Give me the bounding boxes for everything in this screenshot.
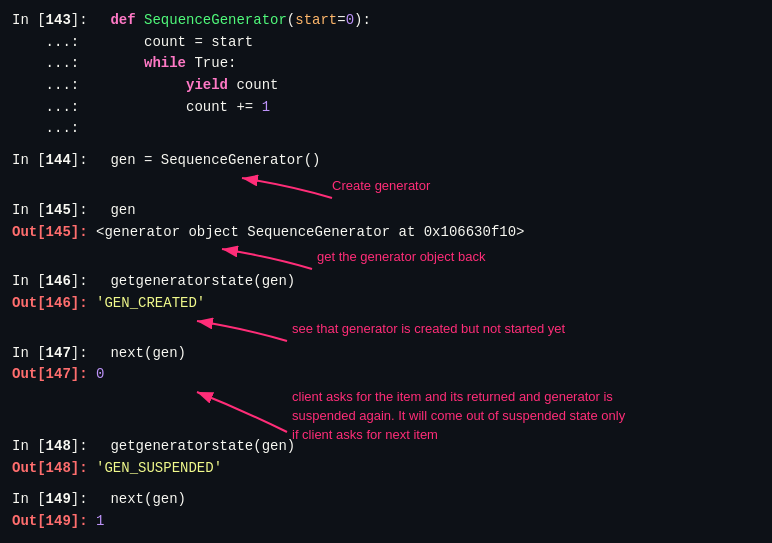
prompt-145-in: In [145]: (12, 200, 102, 222)
out-label-146: Out[146]: (12, 293, 88, 315)
annotation-get-generator: get the generator object back (317, 247, 485, 267)
annotation-146: see that generator is created but not st… (12, 315, 760, 343)
line-145-in: In [145]: gen (12, 200, 760, 222)
prompt-143: In [143]: (12, 10, 102, 32)
line-143-4: ...: yield count (12, 75, 760, 97)
annotation-create-generator: Create generator (332, 176, 430, 196)
prompt-143-cont4: ...: (12, 97, 102, 119)
line-143-1: In [143]: def SequenceGenerator(start=0)… (12, 10, 760, 32)
line-147-out: Out[147]: 0 (12, 364, 760, 386)
annotation-144: Create generator (12, 172, 760, 200)
line-143-3: ...: while True: (12, 53, 760, 75)
line-149-in: In [149]: next(gen) (12, 489, 760, 511)
line-145-out: Out[145]: <generator object SequenceGene… (12, 222, 760, 244)
line-143-6: ...: (12, 118, 760, 140)
prompt-146-in: In [146]: (12, 271, 102, 293)
prompt-143-cont2: ...: (12, 53, 102, 75)
line-144: In [144]: gen = SequenceGenerator() (12, 150, 760, 172)
annotation-147: client asks for the item and its returne… (12, 386, 760, 436)
line-146-in: In [146]: getgeneratorstate(gen) (12, 271, 760, 293)
prompt-143-cont3: ...: (12, 75, 102, 97)
out-label-147: Out[147]: (12, 364, 88, 386)
prompt-148-in: In [148]: (12, 436, 102, 458)
line-147-in: In [147]: next(gen) (12, 343, 760, 365)
prompt-144: In [144]: (12, 150, 102, 172)
annotation-client-asks: client asks for the item and its returne… (292, 388, 625, 445)
line-146-out: Out[146]: 'GEN_CREATED' (12, 293, 760, 315)
line-143-5: ...: count += 1 (12, 97, 760, 119)
line-148-out: Out[148]: 'GEN_SUSPENDED' (12, 458, 760, 480)
prompt-143-cont5: ...: (12, 118, 102, 140)
line-143-2: ...: count = start (12, 32, 760, 54)
out-label-145: Out[145]: (12, 222, 88, 244)
annotation-gen-created: see that generator is created but not st… (292, 319, 565, 339)
code-block: In [143]: def SequenceGenerator(start=0)… (12, 10, 760, 533)
annotation-145: get the generator object back (12, 243, 760, 271)
out-label-149: Out[149]: (12, 511, 88, 533)
line-149-out: Out[149]: 1 (12, 511, 760, 533)
prompt-149-in: In [149]: (12, 489, 102, 511)
prompt-143-cont1: ...: (12, 32, 102, 54)
prompt-147-in: In [147]: (12, 343, 102, 365)
out-label-148: Out[148]: (12, 458, 88, 480)
